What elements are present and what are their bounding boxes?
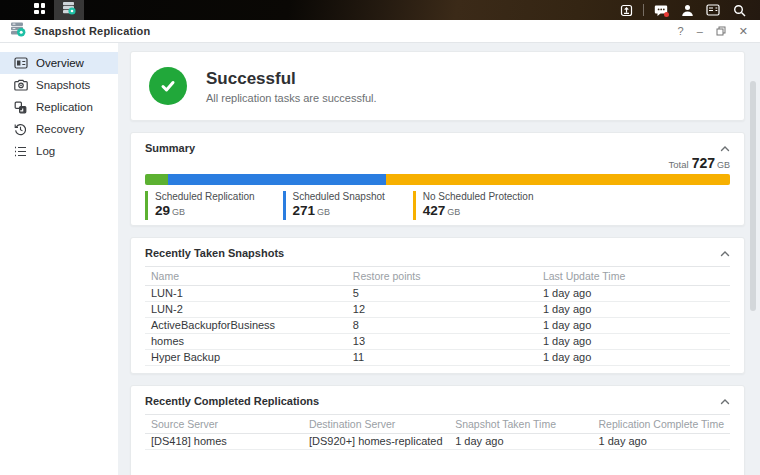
taskbar <box>0 0 760 20</box>
snapshot-replication-app-icon <box>10 21 26 41</box>
recent-replications-header: Recently Completed Replications <box>131 386 744 407</box>
recent-snapshots-card: Recently Taken Snapshots NameRestore poi… <box>130 237 745 374</box>
replication-icon <box>13 100 28 115</box>
maximize-button[interactable] <box>716 26 726 36</box>
window-title: Snapshot Replication <box>34 25 150 37</box>
table-cell: [DS418] homes <box>145 434 303 450</box>
legend-item-no-scheduled-protection: No Scheduled Protection 427GB <box>413 191 534 220</box>
user-icon[interactable] <box>674 0 700 20</box>
titlebar-left: Snapshot Replication <box>10 21 150 41</box>
main-content: Successful All replication tasks are suc… <box>118 43 760 475</box>
recent-replications-card: Recently Completed Replications Source S… <box>130 385 745 475</box>
table-row[interactable]: LUN-151 day ago <box>145 286 730 302</box>
table-cell: 12 <box>347 302 537 318</box>
table-cell: [DS920+] homes-replicated <box>303 434 449 450</box>
grid-icon <box>33 1 46 19</box>
table-cell: 1 day ago <box>537 334 730 350</box>
table-cell: LUN-1 <box>145 286 347 302</box>
widgets-icon[interactable] <box>700 0 726 20</box>
collapse-chevron-icon[interactable] <box>720 250 730 257</box>
snapshot-replication-icon <box>62 1 76 19</box>
table-row[interactable]: LUN-2121 day ago <box>145 302 730 318</box>
table-cell: homes <box>145 334 347 350</box>
table-cell: 5 <box>347 286 537 302</box>
legend-item-scheduled-replication: Scheduled Replication 29GB <box>145 191 255 220</box>
status-title: Successful <box>206 69 377 89</box>
storage-usage-bar <box>145 174 730 185</box>
sidebar-item-label: Replication <box>36 101 93 113</box>
replications-table: Source ServerDestination ServerSnapshot … <box>145 414 730 450</box>
scrollbar-thumb[interactable] <box>750 81 756 311</box>
sidebar-item-recovery[interactable]: Recovery <box>0 118 118 140</box>
collapse-chevron-icon[interactable] <box>720 398 730 405</box>
sidebar-item-label: Recovery <box>36 123 85 135</box>
sidebar-item-snapshots[interactable]: Snapshots <box>0 74 118 96</box>
search-icon[interactable] <box>726 0 752 20</box>
table-row[interactable]: ActiveBackupforBusiness81 day ago <box>145 318 730 334</box>
status-message: All replication tasks are successful. <box>206 92 377 104</box>
table-cell: 1 day ago <box>537 318 730 334</box>
overview-icon <box>13 56 28 71</box>
column-header[interactable]: Source Server <box>145 415 303 434</box>
column-header[interactable]: Restore points <box>347 267 537 286</box>
column-header[interactable]: Replication Complete Time <box>593 415 731 434</box>
table-cell: 13 <box>347 334 537 350</box>
help-button[interactable]: ? <box>678 26 684 37</box>
sidebar-item-overview[interactable]: Overview <box>0 52 118 74</box>
window-controls: ? – ✕ <box>678 26 748 37</box>
legend-item-scheduled-snapshot: Scheduled Snapshot 271GB <box>283 191 385 220</box>
legend-label: Scheduled Replication <box>155 191 255 203</box>
minimize-button[interactable]: – <box>697 26 703 37</box>
summary-title: Summary <box>145 142 195 154</box>
taskbar-right <box>613 0 760 20</box>
legend-value: 29GB <box>155 203 255 220</box>
window-titlebar: Snapshot Replication ? – ✕ <box>0 20 760 43</box>
bar-segment-no-scheduled-protection <box>386 174 730 185</box>
legend-label: Scheduled Snapshot <box>293 191 385 203</box>
table-row[interactable]: homes131 day ago <box>145 334 730 350</box>
table-cell: Hyper Backup <box>145 350 347 366</box>
sidebar: Overview Snapshots Replication Recovery <box>0 43 118 475</box>
close-button[interactable]: ✕ <box>739 26 748 37</box>
table-row[interactable]: [DS418] homes[DS920+] homes-replicated1 … <box>145 434 730 450</box>
legend-value: 271GB <box>293 203 385 220</box>
table-cell: ActiveBackupforBusiness <box>145 318 347 334</box>
notification-badge <box>664 12 669 17</box>
table-cell: 1 day ago <box>593 434 731 450</box>
sidebar-item-log[interactable]: Log <box>0 140 118 162</box>
recent-snapshots-title: Recently Taken Snapshots <box>145 247 284 259</box>
package-icon[interactable] <box>613 0 639 20</box>
status-text: Successful All replication tasks are suc… <box>206 69 377 104</box>
total-value: 727 <box>692 155 715 171</box>
notifications-icon[interactable] <box>648 0 674 20</box>
bar-segment-scheduled-snapshot <box>168 174 386 185</box>
total-unit: GB <box>717 160 730 170</box>
taskbar-divider <box>643 4 644 16</box>
total-line: Total727GB <box>131 154 744 173</box>
collapse-chevron-icon[interactable] <box>720 145 730 152</box>
table-cell: 8 <box>347 318 537 334</box>
recovery-history-icon <box>13 122 28 137</box>
log-list-icon <box>13 144 28 159</box>
column-header[interactable]: Destination Server <box>303 415 449 434</box>
legend-value: 427GB <box>423 203 534 220</box>
column-header[interactable]: Last Update Time <box>537 267 730 286</box>
taskbar-snapshot-replication-button[interactable] <box>54 0 84 20</box>
success-check-icon <box>149 67 187 105</box>
legend-label: No Scheduled Protection <box>423 191 534 203</box>
sidebar-item-label: Snapshots <box>36 79 90 91</box>
summary-card: Summary Total727GB Scheduled Replication <box>130 132 745 226</box>
camera-icon <box>13 78 28 93</box>
column-header[interactable]: Snapshot Taken Time <box>449 415 592 434</box>
table-cell: 1 day ago <box>449 434 592 450</box>
main-menu-button[interactable] <box>24 0 54 20</box>
recent-replications-title: Recently Completed Replications <box>145 395 319 407</box>
status-card: Successful All replication tasks are suc… <box>130 51 745 121</box>
table-row[interactable]: Hyper Backup111 day ago <box>145 350 730 366</box>
table-cell: 11 <box>347 350 537 366</box>
column-header[interactable]: Name <box>145 267 347 286</box>
sidebar-item-replication[interactable]: Replication <box>0 96 118 118</box>
window-body: Overview Snapshots Replication Recovery <box>0 43 760 475</box>
snapshots-table: NameRestore pointsLast Update TimeLUN-15… <box>145 266 730 366</box>
summary-header: Summary <box>131 133 744 154</box>
